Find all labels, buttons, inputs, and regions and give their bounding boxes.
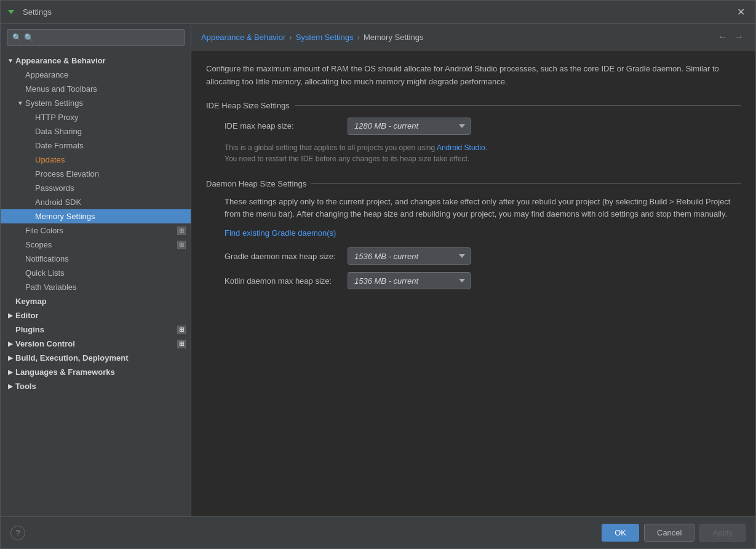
sidebar-item-label: Path Variables [25, 283, 77, 292]
back-button[interactable]: ← [716, 30, 730, 44]
ide-section-header: IDE Heap Size Settings [206, 101, 741, 110]
description-text: Configure the maximum amount of RAM the … [206, 63, 741, 89]
sidebar-item-label: Quick Lists [25, 268, 65, 278]
sidebar-item-label: Keymap [15, 297, 47, 306]
sidebar-item-appearance-behavior[interactable]: ▼ Appearance & Behavior [1, 54, 191, 68]
breadcrumb-part1[interactable]: Appearance & Behavior [201, 33, 285, 42]
arrow-icon: ▶ [6, 369, 15, 375]
sidebar-item-label: HTTP Proxy [35, 113, 79, 122]
sidebar-item-label: Languages & Frameworks [15, 367, 115, 377]
kotlin-heap-label: Kotlin daemon max heap size: [225, 276, 348, 286]
window-title: Settings [23, 7, 733, 17]
sidebar-item-appearance[interactable]: Appearance [1, 68, 191, 82]
sidebar: 🔍 ▼ Appearance & Behavior Appearance Men… [1, 24, 191, 516]
sidebar-item-label: Process Elevation [35, 169, 99, 178]
main-content: 🔍 ▼ Appearance & Behavior Appearance Men… [1, 24, 755, 516]
sidebar-item-label: Memory Settings [35, 212, 95, 221]
breadcrumb-part3: Memory Settings [364, 33, 424, 42]
sidebar-item-version-control[interactable]: ▶ Version Control ⊞ [1, 337, 191, 351]
search-input[interactable] [24, 33, 179, 42]
breadcrumb-bar: Appearance & Behavior › System Settings … [191, 24, 755, 50]
settings-dialog: Settings ✕ 🔍 ▼ Appearance & Behavior App… [0, 0, 756, 549]
kotlin-heap-row: Kotlin daemon max heap size: 512 MB 750 … [206, 272, 741, 289]
title-bar: Settings ✕ [1, 1, 755, 24]
sidebar-item-label: Appearance & Behavior [15, 56, 106, 65]
sidebar-item-notifications[interactable]: Notifications [1, 252, 191, 266]
sidebar-item-label: Appearance [25, 70, 68, 79]
arrow-icon: ▶ [6, 355, 15, 361]
arrow-icon: ▼ [15, 100, 25, 106]
hint-line1: This is a global setting that applies to… [225, 143, 487, 152]
forward-button[interactable]: → [732, 30, 746, 44]
sidebar-item-plugins[interactable]: Plugins ⊞ [1, 323, 191, 337]
breadcrumb-separator: › [357, 33, 360, 42]
help-button[interactable]: ? [10, 526, 25, 540]
arrow-icon: ▼ [6, 57, 15, 64]
breadcrumb-separator: › [289, 33, 292, 42]
sidebar-item-http-proxy[interactable]: HTTP Proxy [1, 110, 191, 124]
ide-heap-hint: This is a global setting that applies to… [206, 142, 741, 164]
sidebar-item-menus-toolbars[interactable]: Menus and Toolbars [1, 82, 191, 96]
right-panel: Appearance & Behavior › System Settings … [191, 24, 755, 516]
sidebar-item-android-sdk[interactable]: Android SDK [1, 195, 191, 209]
sidebar-item-keymap[interactable]: Keymap [1, 294, 191, 308]
sidebar-item-process-elevation[interactable]: Process Elevation [1, 167, 191, 181]
gradle-heap-row: Gradle daemon max heap size: 512 MB 750 … [206, 247, 741, 265]
kotlin-heap-select[interactable]: 512 MB 750 MB 1024 MB 1280 MB 1536 MB - … [348, 272, 471, 289]
breadcrumb-part2[interactable]: System Settings [296, 33, 354, 42]
cancel-button[interactable]: Cancel [644, 524, 694, 542]
expand-icon: ⊞ [177, 340, 186, 348]
hint-line2: You need to restart the IDE before any c… [225, 154, 469, 163]
close-button[interactable]: ✕ [733, 5, 748, 20]
expand-icon: ⊞ [177, 226, 186, 235]
panel-body: Configure the maximum amount of RAM the … [191, 50, 755, 516]
sidebar-item-label: Scopes [25, 240, 52, 249]
bottom-bar: ? OK Cancel Apply [1, 516, 755, 548]
expand-icon: ⊞ [177, 241, 186, 249]
sidebar-item-file-colors[interactable]: File Colors ⊞ [1, 223, 191, 238]
sidebar-item-label: Updates [35, 155, 65, 164]
sidebar-item-scopes[interactable]: Scopes ⊞ [1, 238, 191, 252]
sidebar-item-label: Android SDK [35, 198, 81, 207]
search-box[interactable]: 🔍 [7, 29, 185, 46]
sidebar-item-editor[interactable]: ▶ Editor [1, 308, 191, 323]
search-icon: 🔍 [12, 33, 22, 42]
sidebar-item-label: File Colors [25, 226, 63, 235]
sidebar-item-path-variables[interactable]: Path Variables [1, 280, 191, 294]
sidebar-item-data-sharing[interactable]: Data Sharing [1, 124, 191, 138]
sidebar-item-memory-settings[interactable]: Memory Settings [1, 209, 191, 223]
sidebar-item-label: Version Control [15, 339, 75, 348]
ok-button[interactable]: OK [602, 524, 639, 542]
android-studio-link[interactable]: Android Studio [437, 143, 485, 152]
sidebar-item-label: Plugins [15, 325, 44, 334]
expand-icon: ⊞ [177, 326, 186, 334]
sidebar-item-label: Data Sharing [35, 127, 82, 136]
arrow-icon: ▶ [6, 340, 15, 347]
sidebar-item-system-settings[interactable]: ▼ System Settings [1, 96, 191, 110]
sidebar-item-quick-lists[interactable]: Quick Lists [1, 266, 191, 280]
sidebar-item-label: Passwords [35, 183, 74, 193]
sidebar-item-label: Build, Execution, Deployment [15, 353, 128, 363]
sidebar-tree: ▼ Appearance & Behavior Appearance Menus… [1, 51, 191, 516]
ide-heap-label: IDE max heap size: [225, 121, 348, 130]
sidebar-item-build-execution-deployment[interactable]: ▶ Build, Execution, Deployment [1, 351, 191, 365]
sidebar-item-label: Date Formats [35, 141, 84, 150]
sidebar-item-updates[interactable]: Updates [1, 153, 191, 167]
breadcrumb-nav: ← → [716, 30, 746, 44]
find-daemon-link[interactable]: Find existing Gradle daemon(s) [206, 228, 741, 238]
daemon-heap-section: Daemon Heap Size Settings These settings… [206, 179, 741, 290]
daemon-description: These settings apply only to the current… [206, 196, 741, 222]
gradle-heap-label: Gradle daemon max heap size: [225, 252, 348, 261]
daemon-section-header: Daemon Heap Size Settings [206, 179, 741, 188]
apply-button[interactable]: Apply [699, 524, 746, 542]
sidebar-item-languages-frameworks[interactable]: ▶ Languages & Frameworks [1, 365, 191, 379]
gradle-heap-select[interactable]: 512 MB 750 MB 1024 MB 1280 MB 1536 MB - … [348, 247, 471, 265]
sidebar-item-date-formats[interactable]: Date Formats [1, 138, 191, 153]
sidebar-item-passwords[interactable]: Passwords [1, 181, 191, 195]
ide-heap-row: IDE max heap size: 512 MB 750 MB 1024 MB… [206, 118, 741, 135]
arrow-icon: ▶ [6, 383, 15, 390]
ide-heap-select[interactable]: 512 MB 750 MB 1024 MB 1280 MB - current … [348, 118, 471, 135]
app-icon [8, 7, 18, 17]
sidebar-item-tools[interactable]: ▶ Tools [1, 379, 191, 393]
sidebar-item-label: System Settings [25, 98, 83, 108]
